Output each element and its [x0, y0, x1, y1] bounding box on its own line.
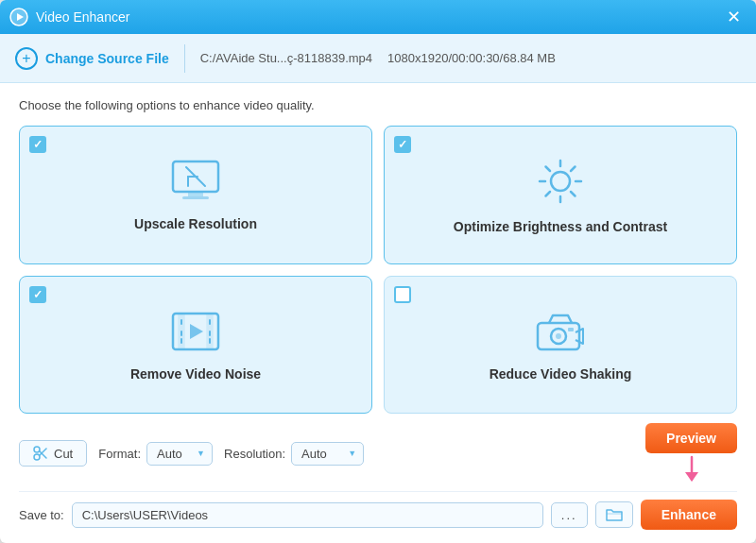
- format-label: Format:: [98, 447, 141, 461]
- checkbox-brightness[interactable]: [394, 136, 411, 153]
- resolution-select[interactable]: Auto 720p 1080p 4K: [291, 442, 364, 466]
- checkbox-noise[interactable]: [29, 286, 46, 303]
- option-brightness[interactable]: Optimize Brightness and Contrast: [384, 126, 737, 264]
- svg-line-15: [571, 167, 576, 172]
- option-upscale[interactable]: Upscale Resolution: [19, 126, 372, 264]
- svg-rect-4: [182, 196, 209, 199]
- video-enhancer-window: Video Enhancer ✕ + Change Source File C:…: [0, 0, 756, 543]
- svg-point-29: [556, 333, 561, 339]
- source-divider: [184, 44, 185, 73]
- file-dimensions: 1080x1920/00:00:30/68.84 MB: [387, 51, 556, 65]
- resolution-group: Resolution: Auto 720p 1080p 4K: [224, 442, 364, 466]
- svg-rect-25: [209, 338, 211, 344]
- app-icon: [9, 8, 28, 26]
- svg-marker-26: [190, 324, 203, 339]
- change-source-button[interactable]: + Change Source File: [15, 47, 169, 70]
- bottom-row: Save to: ... Enhance: [19, 491, 737, 534]
- option-noise-label: Remove Video Noise: [130, 366, 261, 382]
- window-title: Video Enhancer: [36, 9, 721, 25]
- enhance-button[interactable]: Enhance: [641, 500, 737, 530]
- toolbar-row: Cut Format: Auto MP4 AVI MOV Resolution:: [19, 414, 737, 489]
- change-source-label: Change Source File: [45, 51, 169, 66]
- svg-line-14: [571, 192, 576, 196]
- option-shaking[interactable]: Reduce Video Shaking: [384, 276, 737, 415]
- resolution-select-wrapper: Auto 720p 1080p 4K: [291, 442, 364, 466]
- svg-rect-20: [180, 319, 182, 325]
- add-icon: +: [15, 47, 38, 70]
- svg-point-8: [551, 172, 570, 191]
- close-button[interactable]: ✕: [721, 7, 747, 27]
- preview-section: Preview: [645, 423, 737, 484]
- svg-rect-24: [209, 331, 211, 336]
- option-upscale-label: Upscale Resolution: [134, 216, 257, 231]
- down-arrow-icon: [681, 455, 702, 484]
- svg-rect-3: [188, 192, 203, 196]
- source-bar: + Change Source File C:/AVAide Stu...ç-8…: [0, 34, 756, 83]
- subtitle-text: Choose the following options to enhance …: [19, 98, 737, 112]
- cut-button[interactable]: Cut: [19, 440, 87, 467]
- folder-icon: [606, 507, 623, 522]
- svg-rect-23: [209, 319, 211, 325]
- arrow-indicator: [681, 455, 702, 484]
- checkbox-upscale[interactable]: [29, 136, 46, 153]
- format-select[interactable]: Auto MP4 AVI MOV: [146, 442, 213, 466]
- format-group: Format: Auto MP4 AVI MOV: [98, 442, 213, 466]
- open-folder-button[interactable]: [595, 501, 633, 528]
- option-brightness-label: Optimize Brightness and Contrast: [454, 219, 667, 234]
- scissors-icon: [33, 446, 48, 461]
- main-content: Choose the following options to enhance …: [0, 83, 756, 543]
- svg-marker-36: [685, 472, 698, 482]
- svg-rect-21: [180, 331, 182, 336]
- title-bar: Video Enhancer ✕: [0, 0, 756, 34]
- file-path: C:/AVAide Stu...ç-8118839.mp4: [200, 51, 372, 65]
- svg-rect-30: [568, 328, 574, 331]
- checkbox-shaking[interactable]: [394, 286, 411, 303]
- cut-label: Cut: [54, 447, 73, 461]
- preview-button[interactable]: Preview: [645, 423, 737, 453]
- sun-icon: [536, 157, 585, 210]
- monitor-icon: [169, 160, 222, 207]
- format-select-wrapper: Auto MP4 AVI MOV: [146, 442, 213, 466]
- svg-line-13: [546, 167, 551, 172]
- camera-icon: [534, 310, 587, 357]
- film-icon: [169, 310, 222, 357]
- option-shaking-label: Reduce Video Shaking: [490, 366, 632, 382]
- resolution-label: Resolution:: [224, 447, 285, 461]
- option-noise[interactable]: Remove Video Noise: [19, 276, 372, 415]
- options-grid: Upscale Resolution: [19, 126, 737, 414]
- save-path-input[interactable]: [72, 502, 543, 528]
- save-to-label: Save to:: [19, 508, 64, 522]
- svg-rect-22: [180, 338, 182, 344]
- browse-button[interactable]: ...: [551, 502, 588, 528]
- svg-line-16: [546, 192, 551, 196]
